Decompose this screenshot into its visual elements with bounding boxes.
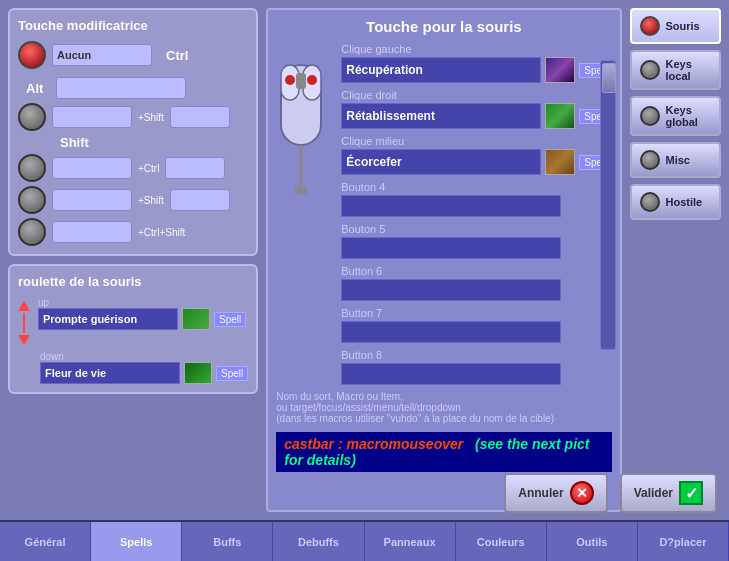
- cast-bar-main: castbar : macromouseover: [284, 436, 463, 452]
- nav-keys-local[interactable]: Keys local: [630, 50, 722, 90]
- button-rows: Clique gauche Récupération Spell Clique …: [341, 43, 611, 385]
- alt-label: Alt: [26, 81, 50, 96]
- scrollbar-thumb[interactable]: [602, 63, 616, 93]
- mouse-diagram: [276, 45, 326, 198]
- btn6-action[interactable]: [341, 279, 561, 301]
- shift-label: Shift: [60, 135, 89, 150]
- nav-hostile[interactable]: Hostile: [630, 184, 722, 220]
- input-shift2-val[interactable]: [170, 189, 230, 211]
- input-alt[interactable]: [56, 77, 186, 99]
- radio-shift2[interactable]: [18, 186, 46, 214]
- tab-general[interactable]: Général: [0, 522, 91, 561]
- scroll-up-label: up: [38, 297, 248, 308]
- scroll-down-label: down: [40, 351, 248, 362]
- scroll-title: roulette de la souris: [18, 274, 248, 289]
- btn5-label: Bouton 5: [341, 223, 611, 235]
- btn2-icon: [545, 103, 575, 129]
- btn-row-8: Button 8: [341, 349, 611, 385]
- input-ctrl[interactable]: [52, 157, 132, 179]
- tab-outils[interactable]: Outils: [547, 522, 638, 561]
- annuler-label: Annuler: [518, 486, 563, 500]
- btn7-label: Button 7: [341, 307, 611, 319]
- btn-row-6: Button 6: [341, 265, 611, 301]
- tab-panneaux[interactable]: Panneaux: [365, 522, 456, 561]
- btn6-label: Button 6: [341, 265, 611, 277]
- nav-keys-global-label: Keys global: [666, 104, 712, 128]
- radio-shift[interactable]: [18, 103, 46, 131]
- nav-misc[interactable]: Misc: [630, 142, 722, 178]
- keys-global-radio: [640, 106, 660, 126]
- btn4-label: Bouton 4: [341, 181, 611, 193]
- valider-icon: ✓: [679, 481, 703, 505]
- right-nav: Souris Keys local Keys global Misc Hosti…: [630, 8, 722, 512]
- annuler-icon: ✕: [570, 481, 594, 505]
- scrollbar[interactable]: [600, 60, 616, 350]
- svg-point-5: [307, 75, 317, 85]
- scroll-down-action[interactable]: Fleur de vie: [40, 362, 180, 384]
- info-line2: ou target/focus/assist/menu/tell/dropdow…: [276, 402, 611, 413]
- modifier-title: Touche modificatrice: [18, 18, 248, 33]
- arrow-up-icon: [18, 301, 30, 311]
- btn5-action[interactable]: [341, 237, 561, 259]
- svg-point-4: [285, 75, 295, 85]
- scroll-down-icon: [184, 362, 212, 384]
- nav-misc-label: Misc: [666, 154, 690, 166]
- tab-buffs[interactable]: Buffs: [182, 522, 273, 561]
- shift-plus-label-1: +Shift: [138, 112, 164, 123]
- scroll-up-action[interactable]: Prompte guérison: [38, 308, 178, 330]
- info-line1: Nom du sort, Macro ou Item,: [276, 391, 611, 402]
- btn-row-3: Clique milieu Écorcefer Spell: [341, 135, 611, 175]
- btn3-action[interactable]: Écorcefer: [341, 149, 541, 175]
- input-shift-1[interactable]: [52, 106, 132, 128]
- nav-souris-label: Souris: [666, 20, 700, 32]
- input-shift-2[interactable]: [52, 189, 132, 211]
- action-buttons: Annuler ✕ Valider ✓: [504, 473, 717, 513]
- btn1-icon: [545, 57, 575, 83]
- cast-bar: castbar : macromouseover (see the next p…: [276, 432, 611, 472]
- radio-ctrlshift[interactable]: [18, 218, 46, 246]
- souris-radio: [640, 16, 660, 36]
- radio-ctrl[interactable]: [18, 154, 46, 182]
- btn-row-7: Button 7: [341, 307, 611, 343]
- btn3-icon: [545, 149, 575, 175]
- annuler-button[interactable]: Annuler ✕: [504, 473, 607, 513]
- btn-row-1: Clique gauche Récupération Spell: [341, 43, 611, 83]
- nav-souris[interactable]: Souris: [630, 8, 722, 44]
- tab-deplacer[interactable]: D?placer: [638, 522, 729, 561]
- valider-button[interactable]: Valider ✓: [620, 473, 717, 513]
- info-text: Nom du sort, Macro ou Item, ou target/fo…: [276, 391, 611, 424]
- tab-debuffs[interactable]: Debuffs: [273, 522, 364, 561]
- svg-rect-3: [296, 73, 306, 89]
- hostile-radio: [640, 192, 660, 212]
- radio-aucun[interactable]: [18, 41, 46, 69]
- btn7-action[interactable]: [341, 321, 561, 343]
- mouse-panel: Touche pour la souris: [266, 8, 621, 512]
- btn4-action[interactable]: [341, 195, 561, 217]
- input-shift-val[interactable]: [170, 106, 230, 128]
- misc-radio: [640, 150, 660, 170]
- btn-row-5: Bouton 5: [341, 223, 611, 259]
- input-aucun[interactable]: Aucun: [52, 44, 152, 66]
- scroll-up-spell: Spell: [214, 312, 246, 327]
- bottom-nav: Général Spells Buffs Debuffs Panneaux Co…: [0, 520, 729, 561]
- scroll-down-spell: Spell: [216, 366, 248, 381]
- nav-keys-global[interactable]: Keys global: [630, 96, 722, 136]
- btn1-action[interactable]: Récupération: [341, 57, 541, 83]
- info-line3: (dans les macros utiliser "vuhdo" à la p…: [276, 413, 611, 424]
- btn1-label: Clique gauche: [341, 43, 611, 55]
- btn8-label: Button 8: [341, 349, 611, 361]
- btn8-action[interactable]: [341, 363, 561, 385]
- scroll-up-icon: [182, 308, 210, 330]
- btn2-action[interactable]: Rétablissement: [341, 103, 541, 129]
- tab-couleurs[interactable]: Couleurs: [456, 522, 547, 561]
- input-ctrlshift[interactable]: [52, 221, 132, 243]
- ctrl-plus-label: +Ctrl: [138, 163, 159, 174]
- mouse-title: Touche pour la souris: [276, 18, 611, 35]
- shift-plus-label-2: +Shift: [138, 195, 164, 206]
- tab-spells[interactable]: Spells: [91, 522, 182, 561]
- input-ctrl-val[interactable]: [165, 157, 225, 179]
- keys-local-radio: [640, 60, 660, 80]
- btn-row-2: Clique droit Rétablissement Spell: [341, 89, 611, 129]
- ctrl-label: Ctrl: [166, 48, 188, 63]
- btn3-label: Clique milieu: [341, 135, 611, 147]
